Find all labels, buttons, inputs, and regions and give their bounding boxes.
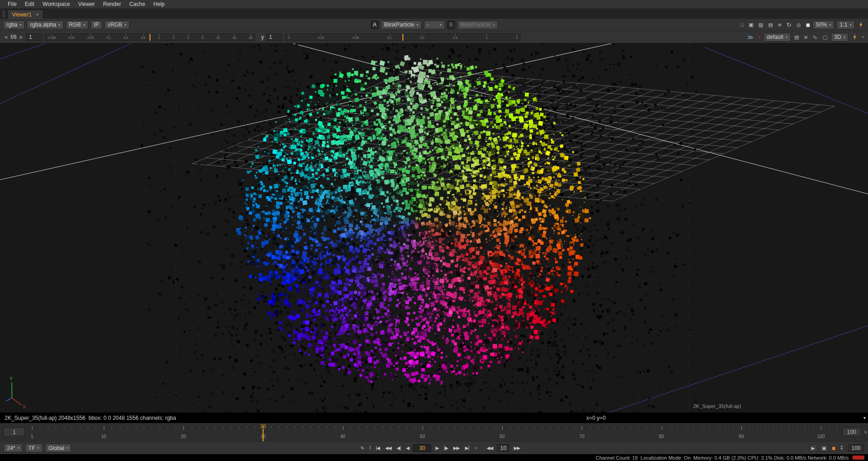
pause-icon[interactable]: ▮▮ (804, 22, 810, 27)
tab-label: Viewer1 (12, 11, 32, 18)
layer-dropdown[interactable]: rgba ▾ (3, 21, 25, 29)
flipbook-monitor-icon[interactable]: ▣ (820, 445, 828, 452)
frame-increment-field[interactable]: 10 (497, 444, 509, 452)
flipbook-play-icon[interactable]: ▶ (809, 445, 817, 452)
menu-help[interactable]: Help (149, 0, 169, 8)
stereo-icon[interactable]: ≫ (746, 34, 755, 41)
checker-icon[interactable]: □ (739, 22, 745, 27)
slider-tick-label: 0 (288, 34, 289, 41)
chevron-down-icon: ▾ (17, 446, 19, 450)
play-forward-button[interactable]: ▶ (434, 445, 440, 451)
loop-button[interactable]: ○ (473, 445, 478, 451)
menu-viewer[interactable]: Viewer (74, 0, 99, 8)
slider-tick-label: 0.008 (48, 34, 56, 41)
monitor-output-icon[interactable]: ▤ (767, 22, 774, 28)
gain-input[interactable]: 1 (26, 33, 43, 41)
format-info: 2K_Super_35(full-ap) 2048x1556 bbox: 0 0… (5, 415, 176, 421)
proxy-dropdown[interactable]: 1:1 ▾ (836, 21, 855, 29)
last-frame-button[interactable]: ▶| (464, 445, 470, 451)
input-process-button[interactable]: IP (91, 21, 102, 29)
input-a-value: BlinkParticle (384, 21, 414, 28)
chevron-down-icon: ▾ (843, 35, 845, 39)
display-style-dropdown[interactable]: RGB ▾ (66, 21, 88, 29)
chevron-down-icon: ▾ (38, 446, 39, 450)
next-fstop-icon[interactable]: ▶ (19, 35, 24, 39)
menu-icon[interactable]: ≡ (777, 21, 783, 28)
menu-cache[interactable]: Cache (125, 0, 150, 8)
frame-ruler[interactable] (0, 423, 868, 441)
viewer-colorspace-dropdown[interactable]: sRGB ▾ (104, 21, 129, 29)
slider-tick-label: 2 (516, 34, 518, 41)
cache-pause-icon[interactable]: ▮▮ (831, 446, 836, 450)
slider-tick-label: 1 (486, 34, 488, 41)
curve-icon[interactable]: ∿ (811, 34, 819, 41)
marquee-icon[interactable]: ▢ (821, 34, 829, 40)
target-icon[interactable]: ◎ (795, 22, 803, 28)
range-start-box[interactable]: 1 (4, 428, 25, 436)
chevron-down-icon: ▾ (440, 23, 442, 27)
gamma-label: y (261, 34, 264, 40)
chevron-down-icon: ▾ (20, 23, 21, 27)
range-scope-dropdown[interactable]: Global ▾ (45, 444, 72, 452)
slider-tick-label: 0.05 (87, 34, 94, 41)
chevron-down-icon[interactable]: ▾ (863, 415, 866, 420)
gain-slider-handle[interactable] (150, 34, 150, 41)
view-preset-value: default (767, 34, 783, 40)
view-preset-dropdown[interactable]: default ▾ (764, 33, 791, 42)
playback-mode-button[interactable]: ↻ (359, 445, 365, 451)
collapse-chevron-icon[interactable]: » (863, 431, 868, 434)
pane-grip[interactable] (2, 11, 5, 17)
chevron-down-icon[interactable]: ▾ (861, 35, 865, 39)
prev-fstop-icon[interactable]: ◀ (3, 35, 8, 39)
gamma-slider[interactable]: 00.010.050.10.20.512 (285, 33, 520, 41)
prev-keyframe-button[interactable]: ◀◀ (384, 445, 392, 451)
fstop-label: f/8 (11, 34, 16, 40)
input-a-dropdown[interactable]: BlinkParticle ▾ (381, 21, 422, 29)
menu-workspace[interactable]: Workspace (38, 0, 74, 8)
slider-tick-label: 30 (233, 34, 236, 41)
list-icon[interactable]: ≡ (803, 34, 809, 41)
menu-edit[interactable]: Edit (21, 0, 38, 8)
chevron-down-icon: ▾ (829, 23, 831, 27)
ab-blend-dropdown[interactable]: - ▾ (424, 21, 445, 29)
inout-range-button[interactable]: I (368, 445, 372, 451)
gain-slider[interactable]: 0.0080.020.050.10.20.51235103050 (45, 33, 255, 41)
next-keyframe-button[interactable]: ▶▶ (452, 445, 461, 451)
ab-blend-value: - (427, 21, 429, 28)
input-b-dropdown[interactable]: BlinkParticle ▾ (457, 21, 498, 29)
play-backward-button[interactable]: ◀ (405, 445, 411, 451)
export-icon[interactable]: ↧ (838, 445, 845, 451)
step-back-button[interactable]: ◀| (395, 445, 402, 451)
particle-scene-canvas[interactable] (0, 43, 868, 413)
jump-forward-button[interactable]: ▶▶ (512, 445, 521, 451)
refresh-icon[interactable]: ↻ (785, 21, 793, 28)
alpha-channel-dropdown[interactable]: rgba.alpha ▾ (27, 21, 64, 29)
gamma-input[interactable]: 1 (266, 33, 283, 41)
current-frame-field[interactable]: 30 (413, 444, 431, 452)
tf-dropdown[interactable]: TF ▾ (25, 444, 43, 452)
roi-indicator-icon[interactable]: ● (757, 35, 761, 39)
stripes-icon[interactable]: ▨ (757, 22, 764, 28)
slider-tick-label: 1 (158, 34, 160, 41)
tf-value: TF (28, 445, 35, 451)
jump-back-button[interactable]: ◀◀ (485, 445, 494, 451)
fps-dropdown[interactable]: 24* ▾ (4, 444, 22, 452)
gamma-slider-handle[interactable] (402, 34, 403, 41)
menu-render[interactable]: Render (99, 0, 125, 8)
zoom-dropdown[interactable]: 50% ▾ (813, 21, 834, 29)
exposure-toolbar: ◀ f/8 ▶ 1 0.0080.020.050.10.20.512351030… (0, 31, 868, 43)
first-frame-button[interactable]: |◀ (375, 445, 381, 451)
view-mode-dropdown[interactable]: 3D ▾ (831, 33, 848, 42)
folder-icon[interactable]: ▤ (793, 34, 800, 40)
lightning-icon[interactable] (859, 21, 863, 28)
range-scope-value: Global (48, 445, 64, 451)
menu-file[interactable]: File (4, 0, 21, 8)
step-forward-button[interactable]: |▶ (443, 445, 449, 451)
end-frame-field[interactable]: 100 (848, 444, 864, 452)
viewer-3d-viewport[interactable] (0, 43, 868, 413)
lightning-icon[interactable] (852, 34, 857, 40)
tab-close-icon[interactable]: × (36, 11, 39, 18)
tab-viewer1[interactable]: Viewer1 × (7, 10, 43, 19)
monitor-icon[interactable]: ▣ (747, 22, 755, 28)
range-end-box[interactable]: 100 (842, 428, 861, 436)
